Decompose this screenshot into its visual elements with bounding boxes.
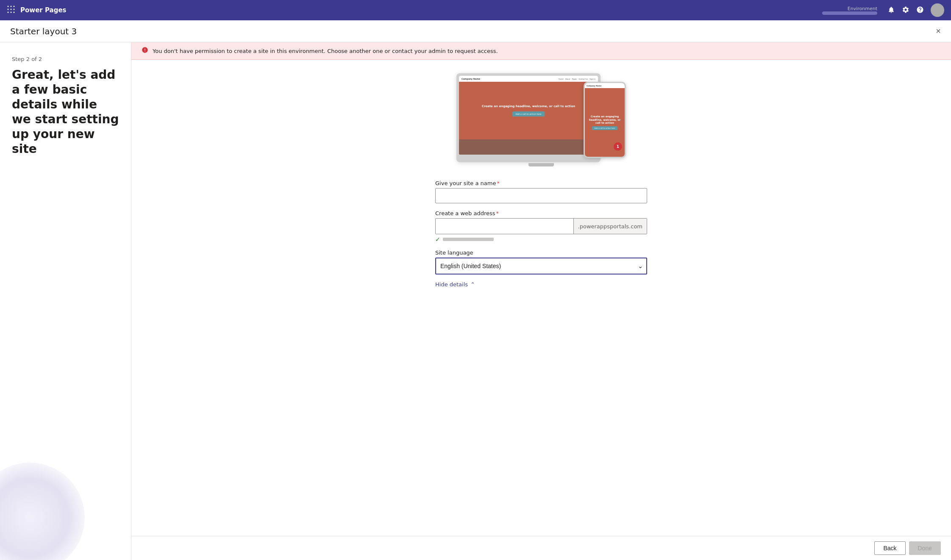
laptop-hero-btn: Add a call to action here: [512, 111, 545, 116]
laptop-stand: [528, 163, 554, 166]
web-address-input[interactable]: [436, 219, 573, 234]
avatar[interactable]: [931, 3, 944, 17]
site-name-group: Give your site a name*: [435, 180, 647, 203]
language-select[interactable]: English (United States) French (France) …: [435, 258, 647, 274]
help-icon[interactable]: [916, 6, 924, 15]
notification-icon[interactable]: [887, 6, 895, 15]
svg-point-8: [14, 11, 15, 13]
svg-point-6: [8, 11, 9, 13]
laptop-hero: Create an engaging headline, welcome, or…: [459, 82, 598, 139]
laptop-nav: Company Name Home About Pages Contact Us…: [459, 76, 598, 82]
svg-point-1: [11, 6, 12, 7]
laptop-screen: Company Name Home About Pages Contact Us…: [459, 76, 598, 155]
hide-details-label: Hide details: [435, 281, 468, 288]
done-button[interactable]: Done: [909, 541, 941, 555]
nav-bar: Power Pages Environment: [0, 0, 951, 20]
laptop-bottom-section: [459, 139, 598, 155]
mobile-notification-badge: 1: [614, 142, 622, 151]
site-preview: Company Name Home About Pages Contact Us…: [456, 73, 626, 166]
error-message: You don't have permission to create a si…: [153, 48, 498, 54]
site-details-form: Give your site a name* Create a web addr…: [435, 180, 647, 288]
page-header: Starter layout 3 ×: [0, 20, 951, 42]
nav-icons: Environment: [822, 3, 944, 17]
laptop-frame: Company Name Home About Pages Contact Us…: [456, 73, 601, 162]
main-layout: Step 2 of 2 Great, let's add a few basic…: [0, 42, 951, 560]
chevron-up-icon: ⌃: [470, 281, 475, 288]
site-language-group: Site language English (United States) Fr…: [435, 250, 647, 274]
sidebar: Step 2 of 2 Great, let's add a few basic…: [0, 42, 131, 560]
page-title: Starter layout 3: [10, 26, 936, 36]
url-validation: ✓: [435, 236, 647, 243]
web-address-label: Create a web address*: [435, 210, 647, 216]
check-icon: ✓: [435, 236, 440, 243]
language-select-wrapper: English (United States) French (France) …: [435, 258, 647, 274]
environment-selector[interactable]: Environment: [822, 6, 877, 15]
required-mark-2: *: [496, 210, 499, 216]
settings-icon[interactable]: [902, 6, 909, 15]
mobile-hero-btn: Add a call to action here: [592, 126, 618, 130]
url-suffix: .powerappsportals.com: [573, 219, 647, 234]
svg-point-2: [14, 6, 15, 7]
mobile-frame: Company Name Create an engaging headline…: [584, 82, 626, 158]
app-launcher-icon[interactable]: [7, 5, 15, 16]
mobile-hero-text: Create an engaging headline, welcome, or…: [587, 115, 622, 125]
app-title: Power Pages: [20, 6, 822, 14]
svg-point-3: [8, 8, 9, 10]
laptop-hero-text: Create an engaging headline, welcome, or…: [482, 105, 576, 108]
svg-point-7: [11, 11, 12, 13]
laptop-brand: Company Name: [462, 78, 480, 80]
sidebar-decoration: [0, 463, 85, 560]
web-address-group: Create a web address* .powerappsportals.…: [435, 210, 647, 243]
content-area: Company Name Home About Pages Contact Us…: [131, 60, 951, 536]
mobile-nav: Company Name: [585, 83, 625, 88]
site-name-label: Give your site a name*: [435, 180, 647, 186]
svg-point-4: [11, 8, 12, 10]
required-mark: *: [497, 180, 500, 186]
site-name-input[interactable]: [435, 188, 647, 203]
step-indicator: Step 2 of 2: [12, 56, 119, 62]
env-label: Environment: [848, 6, 877, 11]
env-value: [822, 11, 877, 15]
hide-details-link[interactable]: Hide details ⌃: [435, 281, 647, 288]
page-footer: Back Done: [131, 536, 951, 560]
error-icon: [142, 47, 148, 55]
close-button[interactable]: ×: [936, 26, 941, 36]
sidebar-heading: Great, let's add a few basic details whi…: [12, 67, 119, 156]
svg-point-0: [8, 6, 9, 7]
laptop-nav-links: Home About Pages Contact Us Sign In: [559, 78, 595, 80]
back-button[interactable]: Back: [874, 541, 905, 555]
svg-point-5: [14, 8, 15, 10]
validation-text-blurred: [443, 238, 494, 241]
url-input-wrapper: .powerappsportals.com: [435, 218, 647, 234]
error-banner: You don't have permission to create a si…: [131, 42, 951, 60]
site-language-label: Site language: [435, 250, 647, 256]
